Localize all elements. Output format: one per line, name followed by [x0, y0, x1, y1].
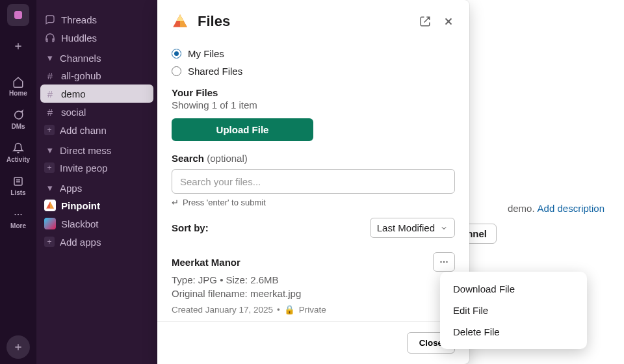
sidebar-section-channels[interactable]: ▾ Channels: [36, 47, 157, 66]
channel-description-row: demo. Add description: [508, 203, 604, 214]
sidebar-app-pinpoint[interactable]: Pinpoint: [36, 196, 157, 214]
sidebar-add-channel[interactable]: +Add chann: [36, 121, 157, 139]
dm-icon: [12, 109, 25, 122]
open-external-button[interactable]: [419, 15, 432, 28]
svg-marker-6: [50, 202, 54, 209]
caret-down-icon: ▾: [44, 182, 56, 194]
add-description-link[interactable]: Add description: [538, 203, 604, 214]
rail-item-more[interactable]: More: [3, 204, 34, 233]
hash-icon: [44, 88, 56, 99]
modal-body: My Files Shared Files Your Files Showing…: [157, 36, 469, 321]
radio-label: Shared Files: [188, 66, 242, 77]
file-footer: Created January 17, 2025 • 🔒 Private: [172, 304, 455, 315]
caret-down-icon: ▾: [44, 52, 56, 64]
sidebar-item-label: Threads: [61, 14, 97, 25]
sidebar-item-label: demo: [61, 88, 86, 99]
separator-dot: •: [277, 305, 280, 315]
left-rail: Home DMs Activity Lists More: [0, 0, 36, 364]
workspace-icon: [12, 9, 24, 21]
sidebar-item-label: social: [61, 107, 86, 118]
slackbot-app-icon: [44, 218, 56, 229]
modal-title: Files: [198, 13, 410, 30]
files-modal: Files My Files Shared Files Your Files S…: [157, 0, 469, 364]
channel-name-text: demo.: [508, 203, 535, 214]
modal-footer: Close: [157, 321, 469, 364]
sort-label: Sort by:: [172, 222, 209, 233]
sidebar-channel-all-gohub[interactable]: all-gohub: [36, 66, 157, 84]
rail-item-home[interactable]: Home: [3, 72, 34, 101]
close-modal-button[interactable]: [442, 15, 455, 28]
sidebar-item-label: Add apps: [60, 237, 101, 248]
pinpoint-app-icon: [44, 200, 56, 211]
workspace-switcher[interactable]: [7, 4, 29, 26]
radio-shared-files[interactable]: Shared Files: [172, 66, 455, 77]
enter-icon: ↵: [172, 198, 179, 207]
sidebar-channel-social[interactable]: social: [36, 103, 157, 121]
sidebar-section-label: Channels: [60, 53, 101, 64]
sidebar-section-dms[interactable]: ▾ Direct mess: [36, 139, 157, 159]
search-optional-text: (optional): [207, 153, 248, 164]
plus-icon: [13, 342, 23, 352]
rail-item-lists[interactable]: Lists: [3, 171, 34, 200]
file-meta: Type: JPG • Size: 2.6MB: [172, 274, 455, 285]
close-icon: [443, 16, 454, 27]
pinpoint-logo-icon: [172, 13, 188, 30]
search-input[interactable]: [172, 169, 455, 194]
sidebar-invite-people[interactable]: +Invite peop: [36, 159, 157, 177]
radio-my-files[interactable]: My Files: [172, 48, 455, 59]
rail-item-label: Activity: [6, 156, 30, 163]
hash-icon: [44, 70, 56, 81]
sidebar-item-label: Pinpoint: [61, 200, 100, 211]
radio-icon: [172, 49, 181, 58]
more-icon: [12, 208, 25, 221]
sidebar-app-slackbot[interactable]: Slackbot: [36, 214, 157, 233]
hash-icon: [44, 107, 56, 118]
your-files-label: Your Files: [172, 87, 455, 98]
sidebar-channel-demo[interactable]: demo: [40, 84, 153, 103]
home-icon: [12, 75, 25, 88]
main-area: demo. Add description annel Files My Fil…: [157, 0, 624, 364]
svg-point-11: [443, 261, 445, 263]
channel-sidebar: Threads Huddles ▾ Channels all-gohub dem…: [36, 0, 157, 364]
plus-box-icon: +: [44, 162, 55, 173]
radio-label: My Files: [188, 48, 224, 59]
lists-icon: [12, 175, 25, 188]
rail-item-activity[interactable]: Activity: [3, 138, 34, 167]
caret-down-icon: ▾: [44, 144, 56, 156]
plus-box-icon: +: [44, 125, 55, 135]
sidebar-item-threads[interactable]: Threads: [36, 10, 157, 29]
sidebar-section-label: Direct mess: [60, 145, 111, 156]
sidebar-section-apps[interactable]: ▾ Apps: [36, 177, 157, 196]
search-hint-text: Press 'enter' to submit: [183, 198, 266, 207]
external-link-icon: [419, 16, 431, 27]
modal-header: Files: [157, 0, 469, 36]
file-created-text: Created January 17, 2025: [172, 305, 273, 315]
plus-box-icon: +: [44, 237, 55, 247]
new-workspace-button[interactable]: [7, 35, 29, 57]
sidebar-item-label: Slackbot: [61, 218, 99, 229]
sidebar-section-label: Apps: [60, 183, 82, 194]
compose-button[interactable]: [6, 335, 30, 359]
menu-delete-file[interactable]: Delete File: [440, 321, 587, 343]
threads-icon: [44, 14, 56, 25]
file-more-button[interactable]: [433, 252, 455, 272]
sidebar-item-label: Huddles: [61, 32, 97, 44]
search-label: Search (optional): [172, 153, 455, 164]
upload-file-button[interactable]: Upload File: [172, 118, 313, 141]
headphones-icon: [44, 32, 56, 43]
rail-item-label: Home: [9, 90, 27, 97]
svg-point-4: [20, 214, 21, 215]
sidebar-item-huddles[interactable]: Huddles: [36, 29, 157, 47]
svg-point-3: [18, 214, 19, 215]
menu-download-file[interactable]: Download File: [440, 278, 587, 300]
sidebar-add-apps[interactable]: +Add apps: [36, 233, 157, 251]
file-card: Meerkat Manor Type: JPG • Size: 2.6MB Or…: [172, 252, 455, 315]
file-original-filename: Original filename: meerkat.jpg: [172, 288, 455, 299]
sort-select[interactable]: Last Modified: [370, 218, 455, 238]
bell-icon: [12, 142, 25, 155]
search-hint: ↵ Press 'enter' to submit: [172, 198, 455, 207]
rail-item-label: DMs: [11, 123, 25, 130]
sidebar-item-label: Add chann: [60, 125, 107, 136]
rail-item-dms[interactable]: DMs: [3, 105, 34, 134]
menu-edit-file[interactable]: Edit File: [440, 300, 587, 321]
